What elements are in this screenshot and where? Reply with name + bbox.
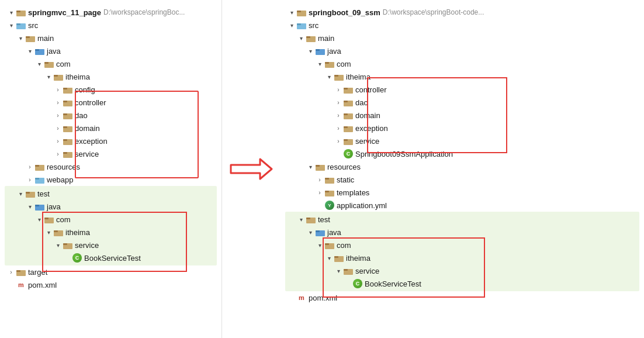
svg-rect-78	[344, 269, 348, 271]
svg-rect-17	[63, 113, 67, 115]
left-BookServiceTest[interactable]: C BookServiceTest	[5, 251, 217, 264]
right-java[interactable]: ▾ java	[285, 44, 639, 57]
left-pom[interactable]: m pom.xml	[5, 278, 217, 291]
svg-rect-25	[35, 165, 39, 167]
right-controller[interactable]: › controller	[285, 83, 639, 96]
svg-rect-46	[306, 36, 310, 38]
right-arrow	[228, 154, 275, 184]
folder-test-com-icon	[44, 215, 54, 223]
svg-rect-7	[35, 49, 39, 51]
svg-rect-58	[344, 113, 348, 115]
left-project-header[interactable]: ▾ springmvc_11_page D:\workspace\springB…	[5, 6, 217, 19]
right-domain[interactable]: › domain	[285, 109, 639, 122]
svg-rect-11	[54, 75, 58, 77]
right-panel: ▾ springboot_09_ssm D:\workspace\springB…	[281, 0, 644, 338]
folder-main-icon	[26, 34, 35, 42]
left-controller[interactable]: › controller	[5, 96, 217, 109]
svg-rect-56	[344, 101, 348, 102]
left-webapp[interactable]: › webapp	[5, 173, 217, 186]
folder-src-icon	[16, 21, 26, 29]
folder-icon-right-project	[297, 8, 306, 16]
right-application-yml[interactable]: Y application.yml	[285, 199, 639, 212]
folder-com-icon	[44, 60, 54, 68]
toggle-left-project[interactable]: ▾	[7, 8, 15, 16]
left-service[interactable]: › service	[5, 147, 217, 160]
left-com[interactable]: ▾ com	[5, 57, 217, 70]
svg-rect-39	[16, 270, 20, 272]
left-dao[interactable]: › dao	[5, 109, 217, 122]
folder-test-itheima-icon	[54, 228, 63, 236]
right-static[interactable]: › static	[285, 173, 639, 186]
right-resources[interactable]: ▾ resources	[285, 160, 639, 173]
left-project-name: springmvc_11_page	[28, 8, 101, 17]
svg-rect-29	[26, 192, 30, 194]
toggle-right-project[interactable]: ▾	[288, 8, 296, 16]
left-project-path: D:\workspace\springBoc...	[103, 8, 185, 16]
right-test-java[interactable]: ▾ java	[285, 226, 639, 239]
svg-marker-40	[231, 159, 272, 179]
svg-rect-44	[297, 23, 301, 25]
maven-icon-right: m	[297, 293, 306, 302]
right-templates[interactable]: › templates	[285, 186, 639, 199]
right-itheima[interactable]: ▾ itheima	[285, 70, 639, 83]
svg-rect-64	[316, 165, 320, 167]
left-domain[interactable]: › domain	[5, 122, 217, 134]
folder-itheima-icon	[54, 73, 63, 81]
class-spring-icon-left: C	[72, 253, 82, 263]
class-spring-icon-right: C	[353, 279, 362, 288]
svg-rect-72	[316, 230, 320, 232]
right-SpringbootApp[interactable]: C Springboot09SsmApplication	[285, 147, 639, 160]
svg-rect-23	[63, 152, 67, 154]
right-test-com[interactable]: ▾ com	[285, 239, 639, 251]
left-test-java[interactable]: ▾ java	[5, 200, 217, 213]
right-test-service[interactable]: ▾ service	[285, 264, 639, 277]
svg-rect-9	[44, 62, 49, 64]
left-exception[interactable]: › exception	[5, 134, 217, 147]
svg-rect-76	[334, 256, 338, 258]
svg-rect-54	[344, 88, 348, 89]
right-project-path: D:\workspace\springBoot-code...	[383, 8, 484, 16]
folder-controller-icon	[63, 98, 72, 106]
folder-webapp-icon	[35, 175, 44, 184]
right-service[interactable]: › service	[285, 134, 639, 147]
svg-rect-74	[325, 243, 329, 245]
svg-rect-3	[16, 23, 20, 25]
right-com[interactable]: ▾ com	[285, 57, 639, 70]
right-project-header[interactable]: ▾ springboot_09_ssm D:\workspace\springB…	[285, 6, 639, 19]
folder-dao-icon	[63, 111, 72, 119]
folder-domain-icon	[63, 124, 72, 132]
right-exception[interactable]: › exception	[285, 122, 639, 134]
left-target[interactable]: › target	[5, 265, 217, 278]
folder-exception-icon	[63, 137, 72, 145]
right-test-itheima[interactable]: ▾ itheima	[285, 251, 639, 264]
svg-rect-42	[297, 11, 301, 12]
right-BookServiceTest[interactable]: C BookServiceTest	[285, 277, 639, 290]
left-test-itheima[interactable]: ▾ itheima	[5, 226, 217, 239]
left-src[interactable]: ▾ src	[5, 19, 217, 32]
left-panel: ▾ springmvc_11_page D:\workspace\springB…	[0, 0, 222, 338]
svg-rect-5	[26, 36, 30, 38]
left-test-com[interactable]: ▾ com	[5, 213, 217, 226]
folder-target-icon	[16, 268, 26, 276]
yaml-icon-right: Y	[325, 201, 334, 210]
left-test-service[interactable]: ▾ service	[5, 239, 217, 251]
folder-service-icon	[63, 150, 72, 158]
svg-rect-52	[334, 75, 338, 77]
left-itheima[interactable]: ▾ itheima	[5, 70, 217, 83]
left-java[interactable]: ▾ java	[5, 44, 217, 57]
svg-rect-21	[63, 139, 67, 141]
folder-test-service-icon	[63, 241, 72, 249]
left-resources[interactable]: › resources	[5, 160, 217, 173]
right-pom[interactable]: m pom.xml	[285, 291, 639, 304]
right-src[interactable]: ▾ src	[285, 19, 639, 32]
right-dao[interactable]: › dao	[285, 96, 639, 109]
left-test[interactable]: ▾ test	[5, 187, 217, 200]
left-main[interactable]: ▾ main	[5, 32, 217, 44]
left-config[interactable]: › config	[5, 83, 217, 96]
right-main[interactable]: ▾ main	[285, 32, 639, 44]
svg-rect-48	[316, 49, 320, 51]
folder-test-icon	[26, 189, 35, 198]
right-test[interactable]: ▾ test	[285, 213, 639, 226]
arrow-container	[222, 0, 281, 338]
right-project-name: springboot_09_ssm	[309, 8, 380, 17]
